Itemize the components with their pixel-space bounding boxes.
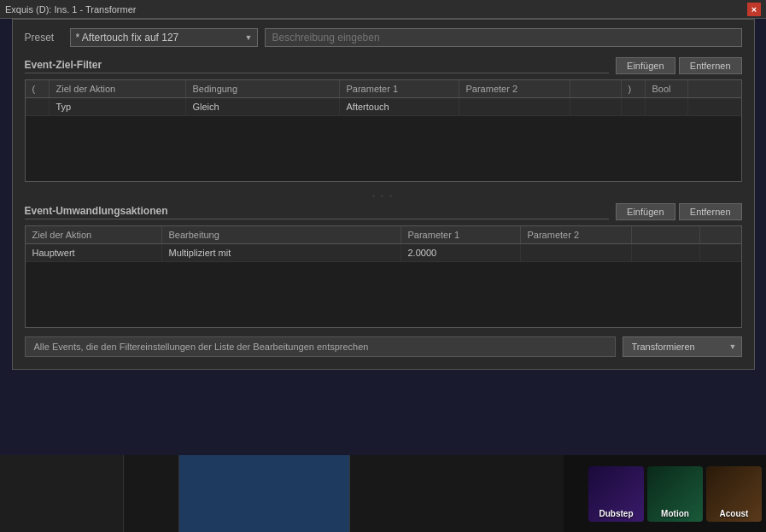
action-row-param2 xyxy=(521,244,632,261)
filter-row-bedingung: Gleich xyxy=(186,98,340,115)
bottom-bar: Alle Events, die den Filtereinstellungen… xyxy=(25,336,742,357)
thumb-dubstep[interactable]: Dubstep xyxy=(588,466,644,522)
action-col-param1: Parameter 1 xyxy=(401,226,521,243)
action-section-header: Event-Umwandlungsaktionen Einfügen Entfe… xyxy=(25,203,742,220)
thumb-acoust[interactable]: Acoust xyxy=(706,466,762,522)
filter-section: Event-Ziel-Filter Einfügen Entfernen ( Z… xyxy=(25,57,742,182)
bg-tracks xyxy=(0,455,564,532)
bg-track-blue xyxy=(179,455,350,532)
action-col-extra xyxy=(632,226,700,243)
filter-col-ziel: Ziel der Aktion xyxy=(50,80,186,97)
bottom-text: Alle Events, die den Filtereinstellungen… xyxy=(25,336,616,357)
preset-label: Preset xyxy=(25,32,63,44)
filter-section-title: Event-Ziel-Filter xyxy=(25,59,609,73)
transformer-dialog: Preset * Aftertouch fix auf 127 Event-Zi… xyxy=(12,19,755,370)
bg-thumbnails: Dubstep Motion Acoust xyxy=(584,455,766,532)
action-row-bearbeitung: Multipliziert mit xyxy=(162,244,401,261)
filter-table-row[interactable]: Typ Gleich Aftertouch xyxy=(26,98,741,116)
close-button[interactable]: × xyxy=(747,3,761,16)
action-row-extra xyxy=(632,244,700,261)
filter-col-close-paren: ) xyxy=(622,80,646,97)
preset-select[interactable]: * Aftertouch fix auf 127 xyxy=(70,28,258,47)
action-section: Event-Umwandlungsaktionen Einfügen Entfe… xyxy=(25,203,742,328)
section-divider: - - - xyxy=(25,190,742,200)
filter-col-param2: Parameter 2 xyxy=(459,80,570,97)
title-bar: Exquis (D): Ins. 1 - Transformer × xyxy=(0,0,766,19)
filter-row-param2 xyxy=(459,98,570,115)
filter-row-close-paren xyxy=(622,98,646,115)
filter-section-buttons: Einfügen Entfernen xyxy=(616,57,742,74)
action-col-ziel: Ziel der Aktion xyxy=(26,226,162,243)
action-row-param1: 2.0000 xyxy=(401,244,521,261)
thumb-motion[interactable]: Motion xyxy=(647,466,703,522)
preset-select-wrapper: * Aftertouch fix auf 127 xyxy=(70,28,258,47)
action-remove-button[interactable]: Entfernen xyxy=(679,203,742,220)
filter-remove-button[interactable]: Entfernen xyxy=(679,57,742,74)
filter-section-header: Event-Ziel-Filter Einfügen Entfernen xyxy=(25,57,742,74)
action-section-title: Event-Umwandlungsaktionen xyxy=(25,205,609,219)
action-table-row[interactable]: Hauptwert Multipliziert mit 2.0000 xyxy=(26,244,741,262)
action-table: Ziel der Aktion Bearbeitung Parameter 1 … xyxy=(25,225,742,328)
filter-col-extra xyxy=(570,80,622,97)
bg-track-spacer xyxy=(124,455,179,532)
filter-row-param1: Aftertouch xyxy=(340,98,459,115)
thumb-dubstep-label: Dubstep xyxy=(599,509,634,518)
filter-col-bool: Bool xyxy=(646,80,688,97)
filter-insert-button[interactable]: Einfügen xyxy=(616,57,675,74)
filter-col-bedingung: Bedingung xyxy=(186,80,340,97)
background-content: Dubstep Motion Acoust xyxy=(0,455,766,532)
preset-row: Preset * Aftertouch fix auf 127 xyxy=(25,28,742,47)
action-insert-button[interactable]: Einfügen xyxy=(616,203,675,220)
bg-track-label xyxy=(0,455,124,532)
window-title: Exquis (D): Ins. 1 - Transformer xyxy=(5,4,136,15)
thumb-acoust-label: Acoust xyxy=(720,509,749,518)
filter-row-ziel: Typ xyxy=(50,98,186,115)
action-table-header: Ziel der Aktion Bearbeitung Parameter 1 … xyxy=(26,226,741,244)
filter-row-paren xyxy=(26,98,50,115)
action-col-param2: Parameter 2 xyxy=(521,226,632,243)
filter-col-param1: Parameter 1 xyxy=(340,80,459,97)
action-section-buttons: Einfügen Entfernen xyxy=(616,203,742,220)
filter-table-header: ( Ziel der Aktion Bedingung Parameter 1 … xyxy=(26,80,741,98)
filter-table: ( Ziel der Aktion Bedingung Parameter 1 … xyxy=(25,79,742,182)
bottom-action-select[interactable]: Transformieren Filtern Ignorieren xyxy=(623,336,742,357)
filter-col-paren: ( xyxy=(26,80,50,97)
bottom-select-wrapper: Transformieren Filtern Ignorieren xyxy=(623,336,742,357)
bg-track-dark xyxy=(350,455,564,532)
filter-row-bool xyxy=(646,98,688,115)
thumb-motion-label: Motion xyxy=(661,509,689,518)
action-col-bearbeitung: Bearbeitung xyxy=(162,226,401,243)
filter-row-extra xyxy=(570,98,622,115)
preset-description-input[interactable] xyxy=(265,28,742,47)
action-row-ziel: Hauptwert xyxy=(26,244,162,261)
